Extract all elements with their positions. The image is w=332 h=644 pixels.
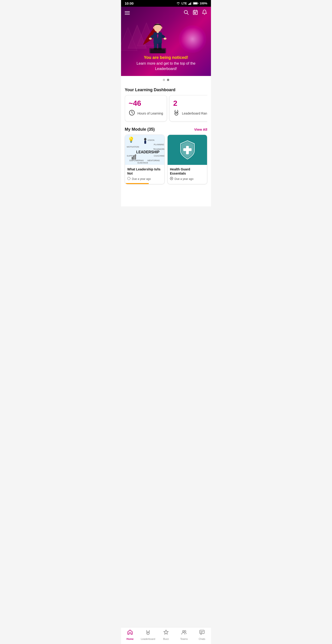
hours-label: Hours of Learning <box>137 111 163 116</box>
battery-icon <box>193 2 198 4</box>
main-content: Your Learning Dashboard ~46 Hours of Lea… <box>121 84 211 206</box>
rank-card-bottom: Leaderboard Rank <box>173 110 207 118</box>
dashboard-section: Your Learning Dashboard ~46 Hours of Lea… <box>125 84 207 123</box>
svg-rect-14 <box>195 13 196 14</box>
rank-label: Leaderboard Rank <box>182 111 207 116</box>
svg-text:GUIDANCE: GUIDANCE <box>137 162 148 164</box>
leadership-svg: 💡 VISION PLANNING MOTIVATION TEAMWORK LE… <box>125 135 165 165</box>
leadership-info: What Leadership Is/Is Not Due a year ago <box>125 165 165 183</box>
hours-card-bottom: Hours of Learning <box>129 110 163 118</box>
carousel-dot-1[interactable] <box>163 79 165 81</box>
svg-rect-1 <box>189 3 190 5</box>
svg-rect-53 <box>144 140 146 144</box>
search-icon[interactable] <box>183 10 189 16</box>
svg-point-57 <box>128 177 130 180</box>
signal-icon <box>188 2 192 5</box>
health-title: Health Guard Essentials <box>170 167 205 176</box>
bottom-spacer <box>125 188 207 206</box>
status-bar: 10:00 LTE 100% <box>121 0 211 7</box>
health-shield-svg <box>178 140 197 160</box>
svg-rect-54 <box>132 157 133 160</box>
wifi-icon <box>176 2 180 5</box>
notification-icon[interactable] <box>202 10 207 16</box>
hero-tagline-sub: Learn more and get to the top of the Lea… <box>126 61 206 71</box>
modules-header: My Module (35) View All <box>125 123 207 134</box>
svg-text:VISION: VISION <box>148 139 155 141</box>
svg-text:EMPOWERING: EMPOWERING <box>130 159 144 162</box>
status-icons: LTE 100% <box>176 2 207 5</box>
svg-rect-16 <box>150 49 165 53</box>
svg-text:💡: 💡 <box>128 136 135 143</box>
svg-marker-61 <box>171 178 172 179</box>
header-actions <box>183 10 207 16</box>
svg-point-28 <box>161 26 162 29</box>
svg-point-23 <box>149 38 152 40</box>
svg-rect-13 <box>194 13 195 14</box>
leadership-title: What Leadership Is/Is Not <box>127 167 162 176</box>
modules-title: My Module (35) <box>125 127 155 132</box>
hero-tagline-highlight: You are being noticed! <box>126 55 206 60</box>
hours-value: ~46 <box>129 99 163 108</box>
health-due: Due a year ago <box>170 177 205 181</box>
modules-count: (35) <box>147 127 155 132</box>
svg-point-24 <box>164 38 166 40</box>
dashboard-cards: ~46 Hours of Learning 2 <box>125 95 207 123</box>
leadership-due: Due a year ago <box>127 177 162 181</box>
view-all-button[interactable]: View All <box>194 128 207 132</box>
svg-rect-55 <box>133 156 134 160</box>
hours-of-learning-card: ~46 Hours of Learning <box>125 95 167 122</box>
modules-section: My Module (35) View All 💡 VISION PLANNIN… <box>125 123 207 188</box>
leaderboard-rank-card: 2 Leaderboard Rank <box>169 95 207 122</box>
medal-icon <box>173 110 179 118</box>
module-card-leadership[interactable]: 💡 VISION PLANNING MOTIVATION TEAMWORK LE… <box>125 134 165 184</box>
svg-text:PLANNING: PLANNING <box>154 144 164 146</box>
hamburger-menu[interactable] <box>125 11 130 14</box>
svg-point-27 <box>153 26 155 29</box>
svg-point-22 <box>158 48 162 50</box>
modules-grid: 💡 VISION PLANNING MOTIVATION TEAMWORK LE… <box>125 134 207 188</box>
hero-banner: You are being noticed! Learn more and ge… <box>121 7 211 76</box>
glow-orb <box>179 25 206 53</box>
svg-rect-0 <box>188 4 189 5</box>
svg-rect-2 <box>190 2 191 5</box>
health-info: Health Guard Essentials Due a year ago <box>167 165 207 183</box>
svg-rect-59 <box>183 148 192 151</box>
task-icon <box>127 177 131 181</box>
svg-point-21 <box>154 48 158 50</box>
svg-rect-56 <box>135 154 136 160</box>
dashboard-title: Your Learning Dashboard <box>125 84 207 95</box>
battery-label: 100% <box>200 2 207 5</box>
carousel-dots <box>121 76 211 84</box>
carousel-dot-2[interactable] <box>167 79 169 81</box>
svg-point-52 <box>144 138 146 140</box>
calendar-icon[interactable] <box>192 10 198 16</box>
svg-line-8 <box>187 14 189 15</box>
svg-text:MENTORING: MENTORING <box>148 159 160 162</box>
lte-label: LTE <box>181 2 187 5</box>
clock-icon <box>129 110 135 118</box>
rank-value: 2 <box>173 99 207 108</box>
svg-text:LEADERSHIP: LEADERSHIP <box>136 150 160 154</box>
svg-text:COACHING: COACHING <box>154 155 165 157</box>
hero-header <box>121 7 211 19</box>
status-time: 10:00 <box>125 2 134 5</box>
svg-rect-3 <box>191 2 192 5</box>
leadership-thumbnail: 💡 VISION PLANNING MOTIVATION TEAMWORK LE… <box>125 135 165 165</box>
play-icon <box>170 177 173 181</box>
module-card-health[interactable]: Health Guard Essentials Due a year ago <box>167 134 207 184</box>
hero-text: You are being noticed! Learn more and ge… <box>121 55 211 71</box>
health-thumbnail <box>167 135 207 165</box>
leadership-progress-bar <box>125 183 149 184</box>
svg-text:MOTIVATION: MOTIVATION <box>127 146 139 148</box>
